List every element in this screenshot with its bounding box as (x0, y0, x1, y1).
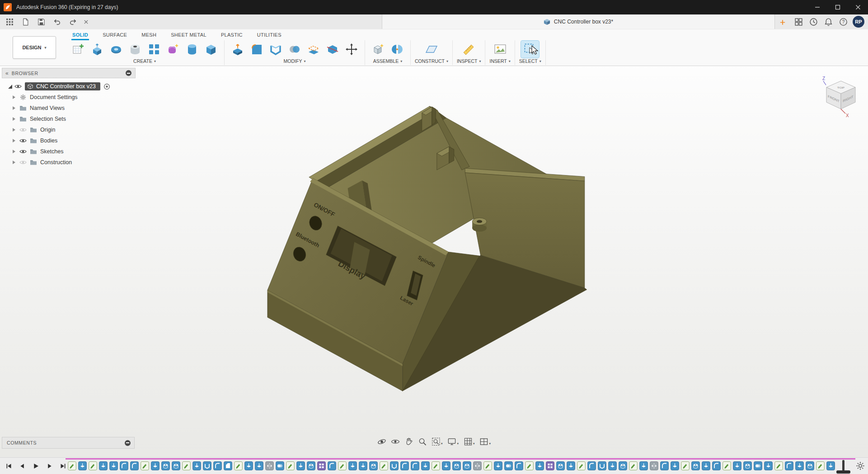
new-tab-button[interactable] (777, 17, 788, 28)
skip-end-button[interactable] (58, 461, 68, 471)
timeline-feature-hole[interactable] (691, 461, 700, 471)
undo-button[interactable] (51, 16, 63, 28)
timeline-feature-extrude[interactable] (494, 461, 502, 471)
dropdown-caret-icon[interactable]: ▾ (304, 59, 305, 63)
cylinder-primitive-button[interactable] (183, 41, 201, 58)
timeline-feature-extrude[interactable] (348, 461, 357, 471)
look-at-button[interactable] (389, 436, 401, 447)
timeline-feature-hole[interactable] (369, 461, 378, 471)
timeline-feature-mirror[interactable] (473, 461, 482, 471)
box-primitive-button[interactable] (202, 41, 220, 58)
timeline-feature-fillet[interactable] (587, 461, 596, 471)
timeline-feature-hole[interactable] (307, 461, 315, 471)
new-component-button[interactable] (369, 41, 387, 58)
timeline-feature-extrude[interactable] (359, 461, 367, 471)
grid-settings-button[interactable]: ▾ (462, 436, 476, 447)
timeline-feature-extrude[interactable] (608, 461, 617, 471)
timeline-feature-sketch[interactable] (141, 461, 149, 471)
display-settings-button[interactable]: ▾ (446, 436, 460, 447)
create-form-button[interactable] (164, 41, 182, 58)
insert-canvas-button[interactable] (491, 41, 509, 58)
timeline-feature-sketch[interactable] (234, 461, 243, 471)
browser-item-root[interactable]: CNC Controller box v23 (2, 81, 136, 92)
group-label-assemble[interactable]: ASSEMBLE (373, 58, 399, 64)
timeline-feature-fillet[interactable] (400, 461, 409, 471)
timeline-feature-fillet[interactable] (785, 461, 793, 471)
offset-face-button[interactable] (305, 41, 323, 58)
timeline-feature-extrude[interactable] (733, 461, 741, 471)
timeline-feature-hole[interactable] (556, 461, 565, 471)
timeline-feature-sketch[interactable] (483, 461, 492, 471)
comments-collapse-icon[interactable] (125, 440, 131, 446)
browser-item-document-settings[interactable]: Document Settings (2, 92, 136, 103)
timeline-feature-fillet[interactable] (120, 461, 128, 471)
timeline-feature-fillet[interactable] (712, 461, 721, 471)
timeline-feature-extrude[interactable] (535, 461, 544, 471)
timeline-feature-extrude[interactable] (109, 461, 118, 471)
save-button[interactable] (35, 16, 47, 28)
app-grid-button[interactable] (4, 16, 16, 28)
timeline-feature-sketch[interactable] (525, 461, 534, 471)
fit-button[interactable]: ▾ (430, 436, 444, 447)
dropdown-caret-icon[interactable]: ▾ (509, 59, 511, 63)
tab-utilities[interactable]: UTILITIES (256, 32, 282, 40)
timeline-feature-fillet[interactable] (328, 461, 336, 471)
select-tool-button[interactable] (521, 41, 539, 58)
browser-item-selection-sets[interactable]: Selection Sets (2, 114, 136, 124)
combine-button[interactable] (286, 41, 304, 58)
model-3d[interactable]: ON/OFF Bluetooth Display Spindle Laser (260, 95, 592, 399)
press-pull-button[interactable] (229, 41, 247, 58)
timeline-feature-hole[interactable] (619, 461, 627, 471)
timeline-feature-sketch[interactable] (89, 461, 97, 471)
browser-item-construction[interactable]: Construction (2, 157, 136, 168)
timeline-feature-extrude[interactable] (639, 461, 648, 471)
joint-button[interactable] (388, 41, 406, 58)
timeline-feature-extrude[interactable] (421, 461, 430, 471)
timeline-marker-handle[interactable] (836, 470, 850, 474)
timeline-feature-sketch[interactable] (723, 461, 731, 471)
avatar[interactable]: RP (853, 16, 864, 28)
extrude-button[interactable] (88, 41, 106, 58)
timeline-feature-extrude[interactable] (567, 461, 575, 471)
timeline-feature-combine[interactable] (504, 461, 513, 471)
browser-item-sketches[interactable]: Sketches (2, 146, 136, 157)
document-tab[interactable]: CNC Controller box v23* (382, 14, 775, 29)
timeline-feature-hole[interactable] (172, 461, 180, 471)
timeline-feature-extrude[interactable] (764, 461, 773, 471)
notifications-button[interactable] (823, 16, 834, 27)
timeline-feature-shell[interactable] (203, 461, 211, 471)
timeline-feature-extrude[interactable] (442, 461, 450, 471)
revolve-button[interactable] (107, 41, 125, 58)
tab-mesh[interactable]: MESH (141, 32, 157, 40)
timeline-feature-extrude[interactable] (78, 461, 87, 471)
browser-item-bodies[interactable]: Bodies (2, 135, 136, 146)
timeline-feature-fillet[interactable] (130, 461, 139, 471)
timeline-feature-hole[interactable] (743, 461, 752, 471)
eye-icon[interactable] (14, 83, 22, 90)
timeline-feature-sketch[interactable] (432, 461, 440, 471)
timeline-feature-sketch[interactable] (774, 461, 783, 471)
viewcube-face-top[interactable]: TOP (837, 86, 845, 89)
timeline-feature-mirror[interactable] (265, 461, 274, 471)
timeline-feature-extrude[interactable] (192, 461, 201, 471)
timeline-feature-extrude[interactable] (795, 461, 804, 471)
timeline-feature-extrude[interactable] (671, 461, 679, 471)
timeline-feature-hole[interactable] (806, 461, 814, 471)
fillet-button[interactable] (248, 41, 266, 58)
timeline-feature-sketch[interactable] (68, 461, 76, 471)
viewports-button[interactable]: ▾ (479, 436, 493, 447)
browser-options-icon[interactable] (126, 70, 131, 76)
group-label-modify[interactable]: MODIFY (284, 58, 302, 64)
timeline-feature-chamfer[interactable] (224, 461, 232, 471)
play-button[interactable] (31, 461, 41, 471)
extensions-button[interactable] (793, 16, 804, 27)
collapse-panel-icon[interactable]: « (5, 71, 9, 76)
group-label-inspect[interactable]: INSPECT (457, 58, 478, 64)
timeline-feature-fillet[interactable] (213, 461, 222, 471)
workspace-selector[interactable]: DESIGN ▾ (13, 36, 56, 59)
timeline-feature-sketch[interactable] (681, 461, 690, 471)
close-button[interactable] (848, 0, 868, 14)
timeline-feature-sketch[interactable] (182, 461, 191, 471)
dropdown-caret-icon[interactable]: ▾ (446, 59, 448, 63)
viewcube[interactable]: Z TOP FRONT RIGHT X (820, 75, 863, 118)
